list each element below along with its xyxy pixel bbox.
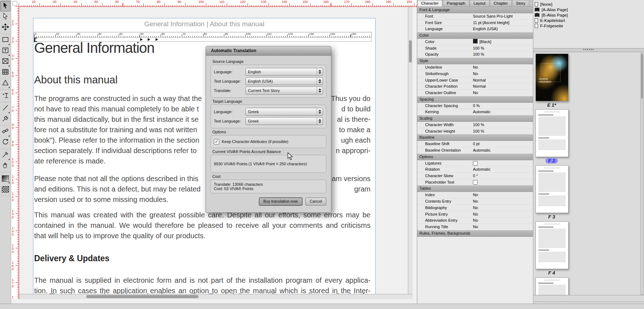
thumbnails-scrollbar[interactable] bbox=[640, 53, 644, 295]
property-row[interactable]: Contents EntryNo bbox=[417, 198, 533, 205]
property-row[interactable]: Character Spacing0 % bbox=[417, 103, 533, 109]
canvas-vertical-scrollbar[interactable] bbox=[408, 6, 413, 299]
line-tool[interactable] bbox=[0, 103, 10, 114]
ruler-number: 2 0 bbox=[12, 20, 14, 26]
vscroll-thumb[interactable] bbox=[409, 40, 412, 63]
property-row[interactable]: StrikethroughNo bbox=[417, 71, 533, 77]
property-row[interactable]: UnderlineNo bbox=[417, 64, 533, 71]
master-page-item[interactable]: E-Kapitelstart bbox=[535, 18, 644, 23]
insert-text-tool[interactable] bbox=[0, 91, 10, 101]
thumbnails-scroll-thumb[interactable] bbox=[641, 54, 643, 98]
property-row[interactable]: Opacity100 % bbox=[417, 51, 533, 58]
property-row[interactable]: FontSource Sans Pro-Light bbox=[417, 13, 533, 20]
source-dropdown[interactable]: English bbox=[245, 68, 323, 76]
property-row[interactable]: KerningAutomatic bbox=[417, 109, 533, 115]
property-row[interactable]: Color[Black] bbox=[417, 39, 533, 45]
property-row[interactable]: Baseline Shift0 pt bbox=[417, 141, 533, 147]
down-arrow-icon bbox=[318, 121, 321, 123]
property-row[interactable]: Character Height100 % bbox=[417, 128, 533, 135]
property-row[interactable]: Character Skew0 ° bbox=[417, 173, 533, 179]
property-row[interactable]: Shade100 % bbox=[417, 45, 533, 52]
page-thumbnail-label[interactable]: F 3 bbox=[533, 214, 570, 220]
checker-icon bbox=[2, 186, 9, 193]
page-thumbnail[interactable] bbox=[535, 109, 569, 157]
property-row[interactable]: Running TitleNo bbox=[417, 224, 533, 230]
gradient-tool[interactable] bbox=[0, 173, 10, 184]
select-tool[interactable] bbox=[0, 1, 10, 11]
polygon-tool[interactable] bbox=[0, 78, 10, 89]
dropdown-value: Greek bbox=[246, 119, 317, 123]
property-checkbox[interactable] bbox=[473, 180, 478, 185]
pen-tool[interactable] bbox=[0, 114, 10, 125]
target-dropdown[interactable]: Greek bbox=[245, 108, 323, 116]
app-window: 2030405060708090100110120130140150160170… bbox=[0, 0, 644, 309]
property-row[interactable]: LanguageEnglish (USA) bbox=[417, 26, 533, 32]
master-page-item[interactable]: F-Folgeseite bbox=[535, 23, 644, 28]
eyedropper-tool[interactable] bbox=[0, 150, 10, 161]
property-row[interactable]: Baseline OrientationAutomatic bbox=[417, 147, 533, 154]
property-row[interactable]: Abbreviation EntryNo bbox=[417, 217, 533, 224]
page-thumbnail[interactable] bbox=[535, 277, 569, 295]
master-page-item[interactable]: [None] bbox=[535, 1, 644, 7]
property-row[interactable]: Font Size11 pt [Ascent Height] bbox=[417, 20, 533, 26]
cancel-button[interactable]: Cancel bbox=[305, 198, 326, 206]
property-row[interactable]: Character Width100 % bbox=[417, 122, 533, 128]
tab-stop-marker[interactable] bbox=[156, 38, 158, 41]
picture-frame-tool[interactable] bbox=[0, 56, 10, 67]
move-tool[interactable] bbox=[0, 22, 10, 33]
property-row[interactable]: BibliographyNo bbox=[417, 205, 533, 211]
target-dropdown[interactable]: Greek bbox=[245, 117, 323, 125]
property-row[interactable]: Ligatures bbox=[417, 160, 533, 167]
dialog-title[interactable]: Automatic Translation bbox=[206, 46, 331, 56]
link-tool[interactable] bbox=[0, 126, 10, 137]
source-dropdown[interactable]: English (USA) bbox=[245, 77, 323, 85]
ruler-origin-box[interactable] bbox=[11, 0, 19, 7]
page-thumbnail[interactable] bbox=[535, 165, 569, 213]
tool-group bbox=[0, 126, 11, 149]
thumb-heading-bar bbox=[538, 283, 553, 283]
page-thumbnail-label[interactable]: E 1* bbox=[533, 102, 570, 108]
section-header: Spacing bbox=[417, 96, 533, 103]
buy-translation-button[interactable]: Buy translation now bbox=[259, 198, 302, 206]
tab-story[interactable]: Story bbox=[512, 0, 529, 6]
keep-character-attributes-checkbox[interactable]: ✓ bbox=[214, 139, 219, 144]
pattern-tool[interactable] bbox=[0, 184, 10, 195]
ruler-number: 5 0 bbox=[12, 72, 14, 78]
dropdown-value: Current Text Story bbox=[246, 88, 317, 93]
ruler-number: 80 bbox=[157, 0, 160, 4]
page-thumbnail[interactable]: General Information bbox=[535, 54, 569, 101]
page-thumbnail-label[interactable]: F 4 bbox=[533, 270, 570, 276]
text-frame-tool[interactable] bbox=[0, 46, 10, 56]
master-page-item[interactable]: [B-Alias Page] bbox=[535, 12, 644, 18]
rectangle-frame-tool[interactable] bbox=[0, 35, 10, 46]
panel-splitter[interactable]: •••••• bbox=[533, 48, 644, 52]
property-row[interactable]: RotationAutomatic bbox=[417, 166, 533, 173]
rotate-tool[interactable] bbox=[0, 137, 10, 148]
master-page-item[interactable]: [A-Alias Page] bbox=[535, 7, 644, 12]
pointer-outline-icon bbox=[2, 13, 9, 21]
tab-paragraph[interactable]: Paragraph bbox=[443, 0, 469, 6]
source-dropdown[interactable]: Current Text Story bbox=[245, 87, 323, 94]
table-tool[interactable] bbox=[0, 67, 10, 78]
text-icon bbox=[2, 47, 9, 55]
property-value: 100 % bbox=[473, 128, 484, 134]
canvas-horizontal-scrollbar[interactable] bbox=[19, 294, 413, 299]
text-ruler-number: 120 bbox=[288, 32, 293, 36]
page-thumbnail-label[interactable]: F 2 bbox=[533, 158, 570, 163]
property-row[interactable]: IndexNo bbox=[417, 192, 533, 198]
page-thumbnail[interactable] bbox=[535, 221, 569, 269]
hscroll-thumb[interactable] bbox=[86, 295, 198, 298]
property-checkbox[interactable] bbox=[473, 161, 478, 166]
direct-select-tool[interactable] bbox=[0, 11, 10, 22]
property-row[interactable]: Character PositionNormal bbox=[417, 83, 533, 90]
tab-chapter[interactable]: Chapter bbox=[490, 0, 512, 6]
hand-tool[interactable] bbox=[0, 161, 10, 171]
property-row[interactable]: Character OutlineNo bbox=[417, 90, 533, 96]
tab-layout[interactable]: Layout bbox=[470, 0, 489, 6]
property-row[interactable]: Upper/Lower CaseNormal bbox=[417, 77, 533, 84]
property-value: 0 % bbox=[473, 103, 480, 109]
up-arrow-icon bbox=[318, 88, 321, 90]
tab-character[interactable]: Character bbox=[417, 0, 442, 6]
property-row[interactable]: Placeholder Text bbox=[417, 179, 533, 186]
property-row[interactable]: Picture EntryNo bbox=[417, 211, 533, 218]
